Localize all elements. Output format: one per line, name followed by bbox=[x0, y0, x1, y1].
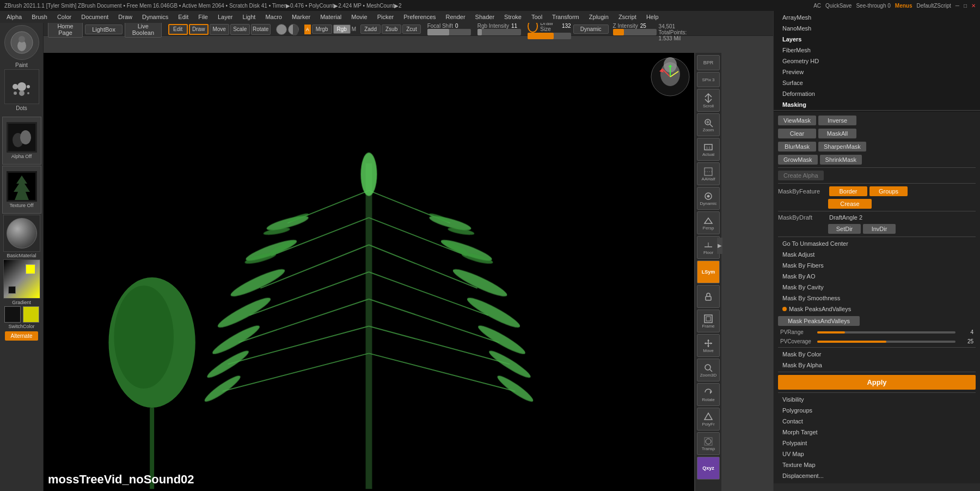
menu-surface[interactable]: Surface bbox=[774, 77, 980, 88]
menu-fibermesh[interactable]: FiberMesh bbox=[774, 45, 980, 56]
menu-transform[interactable]: Transform bbox=[548, 13, 584, 21]
menu-alpha[interactable]: Alpha bbox=[2, 13, 26, 21]
rotate-btn[interactable]: Rotate bbox=[697, 383, 720, 406]
zoom3d-button[interactable]: Zoom3D bbox=[697, 359, 720, 381]
crease-button[interactable]: Crease bbox=[828, 199, 872, 209]
bpr-button[interactable]: BPR bbox=[697, 55, 720, 70]
basic-material-panel[interactable] bbox=[3, 215, 40, 252]
mask-by-smoothness[interactable]: Mask By Smoothness bbox=[774, 293, 980, 304]
blurmask-button[interactable]: BlurMask bbox=[778, 142, 816, 151]
menu-help[interactable]: Help bbox=[642, 13, 663, 21]
pvcoverage-slider[interactable] bbox=[817, 341, 955, 343]
texture-off-panel[interactable]: Texture Off bbox=[2, 166, 41, 214]
texture-map-item[interactable]: Texture Map bbox=[774, 459, 980, 470]
mask-by-cavity[interactable]: Mask By Cavity bbox=[774, 282, 980, 293]
scroll-button[interactable]: Scroll bbox=[697, 89, 720, 112]
menu-light[interactable]: Light bbox=[238, 13, 260, 21]
half-sphere-button[interactable] bbox=[288, 24, 299, 35]
mask-by-color[interactable]: Mask By Color bbox=[774, 349, 980, 360]
menu-stroke[interactable]: Stroke bbox=[500, 13, 526, 21]
pvrange-slider[interactable] bbox=[817, 331, 955, 334]
apply-button[interactable]: Apply bbox=[778, 375, 976, 390]
mask-peaks-button[interactable]: Mask PeaksAndValleys bbox=[778, 316, 860, 326]
spix-button[interactable]: SPix 3 bbox=[697, 72, 720, 87]
a-button[interactable]: A bbox=[304, 25, 311, 34]
menu-draw[interactable]: Draw bbox=[114, 13, 137, 21]
lock-button[interactable] bbox=[697, 285, 720, 308]
gradient-panel[interactable] bbox=[3, 259, 40, 299]
mask-by-alpha[interactable]: Mask By Alpha bbox=[774, 360, 980, 371]
menu-layer[interactable]: Layer bbox=[213, 13, 237, 21]
draw-size-slider[interactable] bbox=[528, 33, 571, 39]
menu-macro[interactable]: Macro bbox=[261, 13, 286, 21]
focal-shift-slider[interactable] bbox=[427, 29, 471, 35]
background-color[interactable] bbox=[23, 306, 39, 323]
titlebar-menus[interactable]: Menus bbox=[895, 3, 912, 9]
visibility-item[interactable]: Visibility bbox=[774, 394, 980, 405]
xyz-button[interactable]: Qxyz bbox=[697, 457, 720, 480]
menu-zscript[interactable]: Zscript bbox=[614, 13, 641, 21]
scale-button[interactable]: Scale bbox=[230, 24, 250, 35]
titlebar-seethrough[interactable]: See-through 0 bbox=[856, 3, 890, 9]
polyfill-button[interactable]: PolyFr bbox=[697, 408, 720, 431]
menu-tool[interactable]: Tool bbox=[527, 13, 547, 21]
transp-button[interactable]: Transp bbox=[697, 432, 720, 455]
menu-brush[interactable]: Brush bbox=[27, 13, 52, 21]
titlebar-quicksave[interactable]: QuickSave bbox=[825, 3, 852, 9]
menu-material[interactable]: Material bbox=[316, 13, 346, 21]
zcut-button[interactable]: Zcut bbox=[402, 25, 420, 34]
goto-unmasked-center[interactable]: Go To Unmasked Center bbox=[774, 238, 980, 249]
z-intensity-slider[interactable] bbox=[613, 29, 657, 35]
menu-picker[interactable]: Picker bbox=[373, 13, 399, 21]
move-button[interactable]: Move bbox=[697, 334, 720, 357]
polygroups-item[interactable]: Polygroups bbox=[774, 405, 980, 416]
displacement-item[interactable]: Displacement... bbox=[774, 470, 980, 481]
polypaint-item[interactable]: Polypaint bbox=[774, 438, 980, 448]
zadd-button[interactable]: Zadd bbox=[360, 25, 381, 34]
actual-button[interactable]: 1:1 Actual bbox=[697, 138, 720, 161]
mask-adjust[interactable]: Mask Adjust bbox=[774, 249, 980, 260]
edit-button[interactable]: Edit bbox=[168, 24, 188, 35]
create-alpha-button[interactable]: Create Alpha bbox=[778, 171, 824, 180]
clear-button[interactable]: Clear bbox=[778, 129, 816, 138]
rgb-button[interactable]: Rgb bbox=[333, 25, 351, 34]
menu-zplugin[interactable]: Zplugin bbox=[585, 13, 613, 21]
mask-peaks-valleys-dot[interactable]: Mask PeaksAndValleys bbox=[774, 304, 980, 314]
menu-nanomesh[interactable]: NanoMesh bbox=[774, 23, 980, 34]
menu-render[interactable]: Render bbox=[442, 13, 470, 21]
menu-color[interactable]: Color bbox=[53, 13, 76, 21]
floor-button[interactable]: Floor bbox=[697, 236, 720, 259]
viewmask-button[interactable]: ViewMask bbox=[778, 116, 816, 125]
dots-pattern[interactable] bbox=[4, 69, 39, 104]
window-minimize[interactable]: ─ bbox=[955, 3, 959, 9]
menu-movie[interactable]: Movie bbox=[347, 13, 371, 21]
zsub-button[interactable]: Zsub bbox=[382, 25, 401, 34]
setdir-button[interactable]: SetDir bbox=[828, 224, 861, 234]
mask-by-ao[interactable]: Mask By AO bbox=[774, 271, 980, 282]
canvas-area[interactable]: mossTreeVid_noSound02 bbox=[44, 53, 694, 491]
menu-geometryhd[interactable]: Geometry HD bbox=[774, 56, 980, 66]
menu-marker[interactable]: Marker bbox=[287, 13, 315, 21]
shrinkmask-button[interactable]: ShrinkMask bbox=[820, 155, 862, 165]
collapse-panel-arrow[interactable]: ▶ bbox=[717, 238, 722, 254]
dynamic-button[interactable]: Dynamic bbox=[697, 187, 720, 210]
rotate-button[interactable]: Rotate bbox=[251, 24, 271, 35]
zoom-button[interactable]: Zoom bbox=[697, 113, 720, 136]
sphere-button[interactable] bbox=[276, 24, 287, 35]
persp-button[interactable]: Persp bbox=[697, 211, 720, 234]
growmask-button[interactable]: GrowMask bbox=[778, 155, 818, 165]
paint-brush-icon[interactable] bbox=[4, 25, 39, 60]
menu-layers[interactable]: Layers bbox=[774, 34, 980, 45]
alpha-off-panel[interactable]: Alpha Off bbox=[2, 117, 41, 165]
morph-target-item[interactable]: Morph Target bbox=[774, 427, 980, 438]
window-close[interactable]: ✕ bbox=[971, 3, 976, 9]
menu-masking[interactable]: Masking bbox=[774, 99, 980, 111]
menu-document[interactable]: Document bbox=[77, 13, 113, 21]
foreground-color[interactable] bbox=[4, 306, 21, 323]
contact-item[interactable]: Contact bbox=[774, 416, 980, 427]
rgb-intensity-slider[interactable] bbox=[477, 29, 521, 35]
frame-button[interactable]: Frame bbox=[697, 310, 720, 332]
menu-deformation[interactable]: Deformation bbox=[774, 88, 980, 99]
tab-homepage[interactable]: Home Page bbox=[48, 21, 83, 38]
mask-by-fibers[interactable]: Mask By Fibers bbox=[774, 260, 980, 271]
